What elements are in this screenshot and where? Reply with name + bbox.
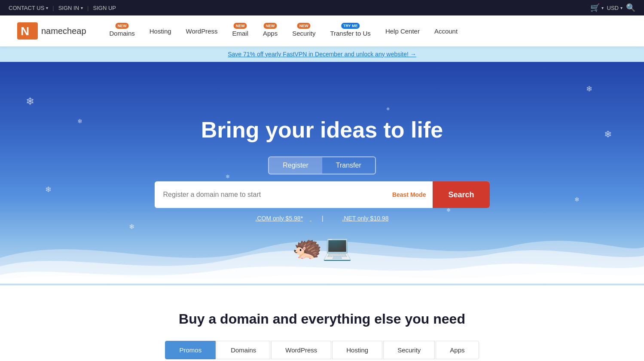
search-icon[interactable]: 🔍 [626, 3, 635, 12]
wordpress-label: WordPress [186, 28, 218, 35]
account-label: Account [434, 28, 458, 35]
svg-text:N: N [21, 24, 29, 38]
nav-items: NEW Domains Hosting WordPress NEW Email … [104, 22, 627, 40]
nav-domains[interactable]: NEW Domains [104, 22, 141, 40]
snowflake-2: ❄ [45, 185, 52, 194]
snowflake-8: ❄ [386, 107, 390, 111]
currency-chevron: ▾ [620, 6, 623, 10]
sign-up-label: SIGN UP [93, 5, 116, 11]
hero-title: Bring your ideas to life [150, 117, 494, 143]
register-tab[interactable]: Register [269, 157, 322, 174]
email-label: Email [232, 30, 249, 37]
domains-label: Domains [110, 30, 135, 37]
sign-in-label: SIGN IN [58, 5, 79, 11]
contact-us-label: CONTACT US [9, 5, 44, 11]
nav-wordpress[interactable]: WordPress [180, 24, 224, 38]
topbar: CONTACT US ▾ | SIGN IN ▾ | SIGN UP 🛒 ▾ U… [0, 0, 644, 15]
transfer-tab[interactable]: Transfer [322, 157, 375, 174]
category-tabs: Promos Domains WordPress Hosting Securit… [17, 341, 627, 359]
snowflake-6: ❄ [574, 196, 580, 203]
apps-badge: NEW [264, 23, 277, 29]
nav-apps[interactable]: NEW Apps [257, 22, 284, 40]
domain-search-input[interactable] [155, 181, 385, 208]
logo-icon: N [17, 22, 38, 40]
snowflake-4: ❄ [586, 84, 592, 94]
contact-us-chevron: ▾ [46, 6, 48, 10]
nav-hosting[interactable]: Hosting [143, 24, 177, 38]
price-separator: | [322, 215, 324, 222]
sign-in-link[interactable]: SIGN IN ▾ [58, 5, 83, 11]
price-hints: .COM only $5.98* | .NET only $10.98 [150, 215, 494, 222]
snowflake-1: ❄ [26, 95, 34, 107]
currency-label: USD [607, 5, 619, 11]
email-badge: NEW [234, 23, 247, 29]
logo-text: namecheap [41, 26, 86, 36]
sign-in-chevron: ▾ [81, 6, 83, 10]
security-label: Security [292, 30, 315, 37]
nav-account[interactable]: Account [428, 24, 464, 38]
snowflake-5: ❄ [604, 129, 612, 140]
promo-link[interactable]: Save 71% off yearly FastVPN in December … [228, 51, 416, 58]
domain-search-bar: Beast Mode Search [155, 181, 490, 208]
cart-icon: 🛒 [590, 3, 600, 12]
cart-chevron: ▾ [601, 6, 604, 10]
promo-text: Save 71% off yearly FastVPN in December … [228, 51, 416, 58]
tab-hosting-bottom[interactable]: Hosting [332, 341, 382, 359]
net-price: .NET only $10.98 [342, 215, 389, 222]
hosting-label: Hosting [150, 28, 171, 35]
sign-up-link[interactable]: SIGN UP [93, 5, 116, 11]
search-button[interactable]: Search [433, 181, 489, 208]
snowflake-3: ❄ [77, 118, 82, 125]
tab-domains-bottom[interactable]: Domains [217, 341, 270, 359]
main-navbar: N namecheap NEW Domains Hosting WordPres… [0, 15, 644, 46]
hero-content: Bring your ideas to life Register Transf… [150, 117, 494, 222]
nav-email[interactable]: NEW Email [226, 22, 255, 40]
tab-wordpress-bottom[interactable]: WordPress [271, 341, 331, 359]
nav-security[interactable]: NEW Security [286, 22, 321, 40]
transfer-label: Transfer to Us [330, 30, 370, 37]
currency-selector[interactable]: USD ▾ [607, 5, 623, 11]
contact-us-link[interactable]: CONTACT US ▾ [9, 5, 48, 11]
hero-section: ❄ ❄ ❄ ❄ ❄ ❄ ❄ ❄ ❄ ❄ Bring your ideas to … [0, 62, 644, 285]
com-price-link[interactable]: .COM only $5.98* [249, 215, 311, 222]
beast-mode-button[interactable]: Beast Mode [385, 181, 433, 208]
nav-help[interactable]: Help Center [379, 24, 426, 38]
promo-banner: Save 71% off yearly FastVPN in December … [0, 46, 644, 62]
net-price-link[interactable]: .NET only $10.98 [336, 215, 396, 222]
security-badge: NEW [297, 23, 311, 29]
bottom-section: Buy a domain and everything else you nee… [0, 285, 644, 361]
apps-label: Apps [263, 30, 278, 37]
section-title: Buy a domain and everything else you nee… [17, 311, 627, 327]
domains-badge: NEW [116, 23, 129, 29]
nav-transfer[interactable]: TRY ME Transfer to Us [324, 22, 376, 40]
help-label: Help Center [385, 28, 420, 35]
tab-security-bottom[interactable]: Security [383, 341, 435, 359]
tab-apps-bottom[interactable]: Apps [436, 341, 479, 359]
com-price: .COM only $5.98* [256, 215, 303, 222]
mascot-character: 🦔💻 [292, 236, 352, 260]
logo-link[interactable]: N namecheap [17, 22, 86, 40]
cart-link[interactable]: 🛒 ▾ [590, 3, 604, 12]
domain-tab-switcher: Register Transfer [268, 156, 376, 174]
tab-promos[interactable]: Promos [165, 341, 216, 359]
transfer-badge: TRY ME [341, 23, 360, 29]
